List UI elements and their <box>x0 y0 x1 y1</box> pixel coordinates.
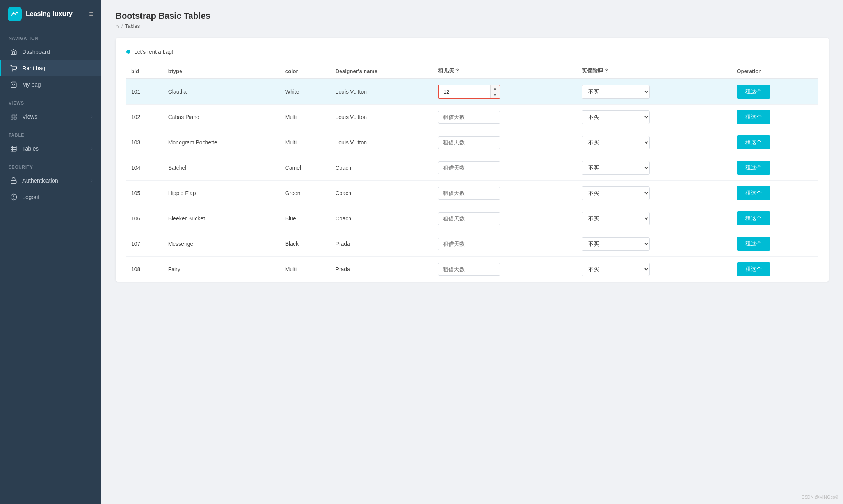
logout-label: Logout <box>22 194 93 200</box>
insurance-select[interactable]: 不买 买 <box>582 186 650 200</box>
cell-designer: Coach <box>331 155 434 181</box>
cell-designer: Prada <box>331 231 434 257</box>
insurance-select[interactable]: 不买 买 <box>582 85 650 99</box>
cell-color: Green <box>281 181 331 206</box>
cell-insurance: 不买 买 <box>577 155 732 181</box>
cell-days <box>433 130 577 155</box>
days-text-input[interactable] <box>438 263 500 276</box>
days-number-input[interactable]: ▲ ▼ <box>438 85 500 99</box>
table-row: 102 Cabas Piano Multi Louis Vuitton 不买 买… <box>126 105 818 130</box>
col-color: color <box>281 64 331 79</box>
days-text-input[interactable] <box>438 238 500 250</box>
table-row: 108 Fairy Multi Prada 不买 买 租这个 <box>126 257 818 282</box>
cell-days <box>433 257 577 282</box>
rent-button[interactable]: 租这个 <box>737 262 770 276</box>
col-insurance: 买保险吗？ <box>577 64 732 79</box>
nav-section-label: NAVIGATION <box>0 28 101 44</box>
main-content: Bootstrap Basic Tables ⌂ / Tables Let's … <box>101 0 843 504</box>
insurance-select[interactable]: 不买 买 <box>582 110 650 124</box>
sidebar-item-dashboard[interactable]: Dashboard <box>0 44 101 60</box>
table-row: 105 Hippie Flap Green Coach 不买 买 租这个 <box>126 181 818 206</box>
views-label: Views <box>22 114 87 120</box>
cell-btype: Claudia <box>164 79 281 105</box>
days-text-input[interactable] <box>438 187 500 200</box>
col-days: 租几天？ <box>433 64 577 79</box>
rent-button[interactable]: 租这个 <box>737 237 770 251</box>
col-btype: btype <box>164 64 281 79</box>
cell-bid: 107 <box>126 231 164 257</box>
table-icon <box>10 145 18 153</box>
sidebar-item-my-bag[interactable]: My bag <box>0 76 101 93</box>
insurance-select[interactable]: 不买 买 <box>582 136 650 149</box>
sidebar-item-authentication[interactable]: Authentication › <box>0 172 101 189</box>
insurance-select[interactable]: 不买 买 <box>582 161 650 175</box>
sidebar-item-tables[interactable]: Tables › <box>0 140 101 157</box>
rent-button[interactable]: 租这个 <box>737 85 770 99</box>
rent-button[interactable]: 租这个 <box>737 110 770 124</box>
sidebar-item-views[interactable]: Views › <box>0 108 101 125</box>
cell-designer: Louis Vuitton <box>331 130 434 155</box>
cell-insurance: 不买 买 <box>577 181 732 206</box>
breadcrumb-home-icon[interactable]: ⌂ <box>116 23 119 29</box>
days-input-field[interactable] <box>439 86 490 98</box>
cart-icon <box>10 64 18 72</box>
authentication-label: Authentication <box>22 177 87 184</box>
cell-designer: Prada <box>331 257 434 282</box>
spin-up-btn[interactable]: ▲ <box>491 85 500 92</box>
home-icon <box>10 48 18 56</box>
my-bag-label: My bag <box>22 82 93 88</box>
rent-button[interactable]: 租这个 <box>737 135 770 149</box>
cell-days <box>433 206 577 231</box>
cell-days: ▲ ▼ <box>433 79 577 105</box>
cell-operation: 租这个 <box>732 257 818 282</box>
sidebar-header: Leasing luxury ≡ <box>0 0 101 28</box>
cell-operation: 租这个 <box>732 105 818 130</box>
page-header: Bootstrap Basic Tables ⌂ / Tables <box>101 0 843 34</box>
insurance-select[interactable]: 不买 买 <box>582 237 650 251</box>
insurance-select[interactable]: 不买 买 <box>582 263 650 276</box>
cell-btype: Cabas Piano <box>164 105 281 130</box>
cell-operation: 租这个 <box>732 206 818 231</box>
spin-down-btn[interactable]: ▼ <box>491 92 500 98</box>
cell-color: Multi <box>281 130 331 155</box>
rent-button[interactable]: 租这个 <box>737 161 770 175</box>
table-row: 106 Bleeker Bucket Blue Coach 不买 买 租这个 <box>126 206 818 231</box>
days-text-input[interactable] <box>438 136 500 149</box>
logo-text: Leasing luxury <box>26 10 73 18</box>
days-text-input[interactable] <box>438 161 500 174</box>
rent-button[interactable]: 租这个 <box>737 186 770 200</box>
cell-insurance: 不买 买 <box>577 105 732 130</box>
cell-btype: Messenger <box>164 231 281 257</box>
cell-designer: Coach <box>331 206 434 231</box>
cell-btype: Fairy <box>164 257 281 282</box>
days-text-input[interactable] <box>438 212 500 225</box>
cell-insurance: 不买 买 <box>577 206 732 231</box>
cell-days <box>433 105 577 130</box>
cell-color: Blue <box>281 206 331 231</box>
logo-icon <box>8 7 22 21</box>
sidebar-item-logout[interactable]: Logout <box>0 189 101 205</box>
insurance-select[interactable]: 不买 买 <box>582 212 650 225</box>
cell-days <box>433 231 577 257</box>
sidebar-item-rent-bag[interactable]: Rent bag <box>0 60 101 76</box>
cell-color: Multi <box>281 105 331 130</box>
cell-color: Camel <box>281 155 331 181</box>
table-row: 104 Satchel Camel Coach 不买 买 租这个 <box>126 155 818 181</box>
security-section-label: SECURITY <box>0 157 101 172</box>
cell-days <box>433 155 577 181</box>
cell-btype: Monogram Pochette <box>164 130 281 155</box>
cell-bid: 103 <box>126 130 164 155</box>
cell-color: Multi <box>281 257 331 282</box>
hamburger-button[interactable]: ≡ <box>89 10 94 19</box>
rent-bag-label: Rent bag <box>22 65 93 71</box>
breadcrumb: ⌂ / Tables <box>116 23 829 29</box>
rent-button[interactable]: 租这个 <box>737 211 770 225</box>
tables-label: Tables <box>22 146 87 152</box>
auth-chevron-icon: › <box>91 178 93 183</box>
col-designer: Designer's name <box>331 64 434 79</box>
cell-operation: 租这个 <box>732 155 818 181</box>
days-text-input[interactable] <box>438 111 500 124</box>
table-row: 103 Monogram Pochette Multi Louis Vuitto… <box>126 130 818 155</box>
cell-designer: Louis Vuitton <box>331 105 434 130</box>
breadcrumb-separator: / <box>121 23 123 29</box>
